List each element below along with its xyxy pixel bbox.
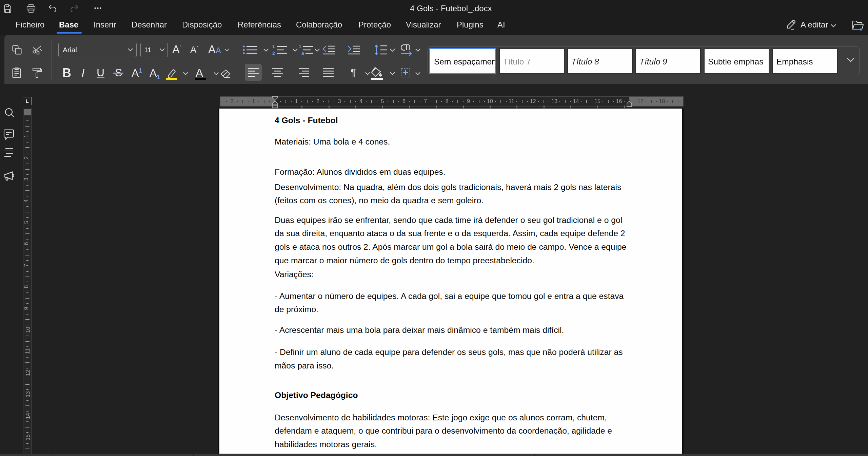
svg-text:1: 1 <box>299 44 301 49</box>
svg-text:a: a <box>301 51 304 56</box>
svg-text:2: 2 <box>272 51 275 56</box>
svg-text:1: 1 <box>272 44 275 49</box>
svg-text:A: A <box>196 68 203 79</box>
